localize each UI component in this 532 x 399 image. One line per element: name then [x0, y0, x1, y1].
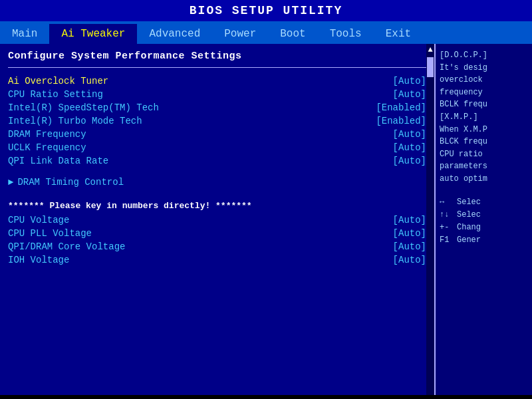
key-label-1: Selec [457, 209, 481, 221]
key-label-0: Selec [457, 196, 481, 209]
rp-line-2: overclock [440, 74, 528, 86]
menu-value-turbo: [Enabled] [376, 116, 426, 126]
menu-label-cpu-voltage: CPU Voltage [8, 215, 69, 225]
key-row-3: F1 Gener [440, 234, 528, 247]
key-symbol-2: +- [440, 221, 453, 234]
rp-line-4: BCLK frequ [440, 98, 528, 111]
right-panel-keys: ↔ Selec ↑↓ Selec +- Chang F1 Gener [440, 196, 528, 247]
menu-label-uclk: UCLK Frequency [8, 142, 86, 153]
menu-label-cpu-pll: CPU PLL Voltage [8, 228, 92, 239]
nav-ai-tweaker[interactable]: Ai Tweaker [49, 24, 137, 44]
menu-value-uclk: [Auto] [393, 142, 426, 153]
key-label-3: Gener [457, 234, 481, 247]
menu-value-cpu-pll: [Auto] [393, 228, 426, 239]
nav-bar: Main Ai Tweaker Advanced Power Boot Tool… [0, 21, 532, 44]
rp-line-3: frequency [440, 86, 528, 99]
main-area: Configure System Performance Settings Ai… [0, 44, 532, 395]
key-row-1: ↑↓ Selec [440, 209, 528, 221]
menu-label-speedstep: Intel(R) SpeedStep(TM) Tech [8, 102, 159, 113]
key-symbol-3: F1 [440, 234, 453, 247]
rp-line-6: When X.M.P [440, 124, 528, 136]
menu-value-qpi: [Auto] [393, 156, 426, 166]
key-label-2: Chang [457, 221, 481, 234]
menu-row-ai-overclock[interactable]: Ai Overclock Tuner [Auto] [8, 74, 426, 88]
rp-line-8: CPU ratio [440, 148, 528, 161]
key-row-2: +- Chang [440, 221, 528, 234]
menu-row-uclk[interactable]: UCLK Frequency [Auto] [8, 141, 426, 154]
left-panel: Configure System Performance Settings Ai… [0, 44, 436, 395]
menu-row-ioh[interactable]: IOH Voltage [Auto] [8, 253, 426, 267]
menu-row-qpi-dram[interactable]: QPI/DRAM Core Voltage [Auto] [8, 240, 426, 253]
menu-value-qpi-dram: [Auto] [393, 241, 426, 252]
nav-boot[interactable]: Boot [268, 24, 317, 44]
key-symbol-0: ↔ [440, 196, 453, 209]
right-panel-text: [D.O.C.P.] It's desig overclock frequenc… [440, 49, 528, 186]
rp-line-9: parameters [440, 160, 528, 173]
menu-label-ioh: IOH Voltage [8, 255, 69, 265]
nav-tools[interactable]: Tools [318, 24, 374, 44]
menu-value-speedstep: [Enabled] [376, 102, 426, 113]
menu-value-cpu-voltage: [Auto] [393, 215, 426, 225]
menu-label-ai-overclock: Ai Overclock Tuner [8, 76, 108, 86]
menu-label-dram-freq: DRAM Frequency [8, 129, 86, 140]
rp-line-10: auto optim [440, 173, 528, 186]
rp-line-5: [X.M.P.] [440, 111, 528, 124]
submenu-label: DRAM Timing Control [17, 177, 124, 188]
submenu-arrow: ► [8, 177, 13, 188]
right-panel: [D.O.C.P.] It's desig overclock frequenc… [436, 44, 532, 395]
menu-value-ai-overclock: [Auto] [393, 76, 426, 86]
rp-line-1: It's desig [440, 62, 528, 74]
bios-title: BIOS SETUP UTILITY [0, 0, 532, 21]
menu-label-turbo: Intel(R) Turbo Mode Tech [8, 116, 142, 126]
notice-row: ******* Please key in numbers directly! … [8, 197, 426, 213]
menu-label-qpi: QPI Link Data Rate [8, 156, 108, 166]
section-title: Configure System Performance Settings [8, 51, 426, 62]
nav-exit[interactable]: Exit [374, 24, 423, 44]
rp-line-0: [D.O.C.P.] [440, 49, 528, 62]
menu-row-dram-freq[interactable]: DRAM Frequency [Auto] [8, 128, 426, 141]
submenu-dram-timing[interactable]: ► DRAM Timing Control [8, 176, 426, 189]
menu-row-cpu-pll[interactable]: CPU PLL Voltage [Auto] [8, 227, 426, 240]
scrollbar[interactable]: ▲ [426, 44, 434, 395]
key-symbol-1: ↑↓ [440, 209, 453, 221]
menu-value-dram-freq: [Auto] [393, 129, 426, 140]
nav-advanced[interactable]: Advanced [137, 24, 212, 44]
scrollbar-thumb[interactable] [427, 57, 434, 77]
menu-label-qpi-dram: QPI/DRAM Core Voltage [8, 241, 125, 252]
divider [8, 67, 426, 68]
nav-main[interactable]: Main [0, 24, 49, 44]
gap1 [8, 168, 426, 176]
gap2 [8, 189, 426, 197]
rp-line-7: BLCK frequ [440, 136, 528, 148]
menu-value-cpu-ratio: [Auto] [393, 89, 426, 100]
menu-row-speedstep[interactable]: Intel(R) SpeedStep(TM) Tech [Enabled] [8, 101, 426, 114]
menu-row-qpi[interactable]: QPI Link Data Rate [Auto] [8, 154, 426, 168]
menu-label-cpu-ratio: CPU Ratio Setting [8, 89, 103, 100]
menu-row-cpu-voltage[interactable]: CPU Voltage [Auto] [8, 213, 426, 227]
menu-value-ioh: [Auto] [393, 255, 426, 265]
key-row-0: ↔ Selec [440, 196, 528, 209]
nav-power[interactable]: Power [212, 24, 268, 44]
scroll-up-arrow[interactable]: ▲ [428, 45, 432, 55]
menu-row-cpu-ratio[interactable]: CPU Ratio Setting [Auto] [8, 88, 426, 101]
menu-row-turbo[interactable]: Intel(R) Turbo Mode Tech [Enabled] [8, 114, 426, 128]
